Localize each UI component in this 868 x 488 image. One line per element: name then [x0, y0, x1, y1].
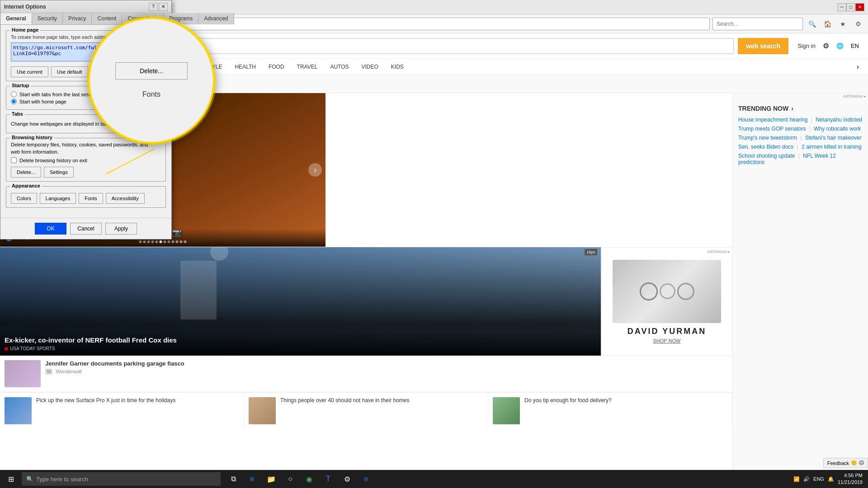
- tab-advanced[interactable]: Advanced: [198, 13, 234, 24]
- ad-shop-now[interactable]: SHOP NOW: [653, 338, 681, 343]
- edge-taskbar-icon[interactable]: e: [357, 470, 375, 488]
- nav-food[interactable]: FOOD: [263, 61, 290, 73]
- ad-label: 16pc: [585, 249, 597, 255]
- dot-5[interactable]: [156, 240, 158, 243]
- ok-button[interactable]: OK: [35, 223, 66, 235]
- dot-2[interactable]: [143, 240, 146, 243]
- browsing-history-hint2: web form information.: [11, 149, 161, 155]
- cortana-taskbar-icon[interactable]: ○: [281, 470, 299, 488]
- network-icon: 📶: [793, 476, 800, 482]
- use-default-button[interactable]: Use default: [51, 66, 88, 77]
- dot-11[interactable]: [180, 240, 183, 243]
- news-item-football[interactable]: 16pc Ex-kicker, co-inventor of NERF foot…: [0, 247, 601, 356]
- nav-next-button[interactable]: ›: [857, 63, 859, 71]
- trending-item-5[interactable]: School shooting update | NFL Week 12 pre…: [738, 153, 863, 165]
- ie-taskbar-icon[interactable]: e: [243, 470, 261, 488]
- magnify-content: Delete... Fonts: [106, 53, 197, 108]
- languages-button[interactable]: Languages: [40, 193, 76, 204]
- dialog-titlebar: Internet Options ? ✕: [0, 0, 171, 13]
- volume-icon: 🔊: [803, 476, 810, 482]
- bottom-news-tip-text: Do you tip enough for food delivery?: [524, 397, 612, 424]
- nav-health[interactable]: HEALTH: [229, 61, 261, 73]
- trending-item-4[interactable]: Sen. seeks Biden docs | 2 airmen killed …: [738, 144, 863, 150]
- cancel-button[interactable]: Cancel: [70, 223, 102, 235]
- browser-search-input[interactable]: [712, 18, 803, 30]
- feedback-smile-icon: 🙂: [851, 460, 857, 466]
- accessibility-button[interactable]: Accessibility: [106, 193, 145, 204]
- radio-home-page-input[interactable]: [11, 99, 17, 104]
- settings-taskbar-icon[interactable]: ⚙: [338, 470, 356, 488]
- nav-travel[interactable]: TRAVEL: [292, 61, 323, 73]
- dialog-footer: OK Cancel Apply: [0, 218, 171, 239]
- lang-label[interactable]: EN: [851, 42, 859, 49]
- settings-button-history[interactable]: Settings: [44, 167, 74, 178]
- tab-security[interactable]: Security: [32, 13, 63, 24]
- trending-item-3[interactable]: Trump's new tweetstorm | Stefani's hair …: [738, 135, 863, 141]
- fonts-button[interactable]: Fonts: [79, 193, 103, 204]
- home-button[interactable]: 🏠: [821, 18, 834, 30]
- dialog-help-button[interactable]: ?: [149, 3, 158, 11]
- dot-12[interactable]: [184, 240, 187, 243]
- maximize-button[interactable]: □: [846, 3, 855, 11]
- small-news-title: Jennifer Garner documents parking garage…: [45, 360, 728, 367]
- dialog-close-button[interactable]: ✕: [159, 3, 168, 11]
- tab-content[interactable]: Content: [92, 13, 122, 24]
- taskbar-clock: 4:56 PM 11/21/2019: [838, 472, 863, 486]
- nav-autos[interactable]: AUTOS: [325, 61, 354, 73]
- msn-sidebar: AdChoices ▸ TRENDING NOW › House impeach…: [732, 93, 868, 470]
- settings-icon[interactable]: ⚙: [823, 42, 829, 50]
- settings-button[interactable]: ⚙: [852, 18, 864, 30]
- football-news-overlay: Ex-kicker, co-inventor of NERF football …: [0, 331, 601, 356]
- magnify-delete-button[interactable]: Delete...: [115, 62, 188, 80]
- close-browser-button[interactable]: ✕: [855, 3, 864, 11]
- nav-video[interactable]: VIDEO: [356, 61, 384, 73]
- trending-item-2[interactable]: Trump meets GOP senators | Why robocalls…: [738, 126, 863, 132]
- use-current-button[interactable]: Use current: [11, 66, 48, 77]
- dot-1[interactable]: [139, 240, 142, 243]
- dot-4[interactable]: [151, 240, 154, 243]
- trending-item-1[interactable]: House impeachment hearing | Netanyahu in…: [738, 117, 863, 123]
- bottom-news-things-text: Things people over 40 should not have in…: [280, 397, 410, 424]
- bing-search-button[interactable]: web search: [738, 38, 788, 54]
- bottom-news-surface[interactable]: Pick up the new Surface Pro X just in ti…: [0, 393, 244, 428]
- start-button[interactable]: ⊞: [2, 470, 20, 488]
- explorer-taskbar-icon[interactable]: 📁: [262, 470, 280, 488]
- trending-arrow[interactable]: ›: [791, 105, 793, 112]
- nav-kids[interactable]: KIDS: [386, 61, 409, 73]
- bottom-news-tip[interactable]: Do you tip enough for food delivery?: [488, 393, 732, 428]
- appearance-section: Appearance Colors Languages Fonts Access…: [6, 186, 166, 208]
- dot-6[interactable]: [160, 240, 162, 243]
- teams-taskbar-icon[interactable]: T: [319, 470, 337, 488]
- tab-privacy[interactable]: Privacy: [63, 13, 92, 24]
- taskbar-search-box[interactable]: 🔍 Type here to search: [22, 472, 221, 486]
- trending-title: TRENDING NOW ›: [738, 105, 863, 112]
- minimize-button[interactable]: ─: [837, 3, 846, 11]
- colors-button[interactable]: Colors: [11, 193, 37, 204]
- dot-7[interactable]: [164, 240, 166, 243]
- dot-8[interactable]: [168, 240, 170, 243]
- browser-search-button[interactable]: 🔍: [806, 18, 818, 30]
- news-item-jennifer-garner[interactable]: Jennifer Garner documents parking garage…: [0, 356, 732, 392]
- delete-button[interactable]: Delete...: [11, 167, 41, 178]
- ad-panel-david-yurman[interactable]: AdChoices ▸ DAVID YURMAN SHOP NOW: [601, 247, 732, 356]
- dot-3[interactable]: [147, 240, 150, 243]
- bottom-news-row: Pick up the new Surface Pro X just in ti…: [0, 392, 732, 428]
- chrome-taskbar-icon[interactable]: ◉: [300, 470, 318, 488]
- sign-in-link[interactable]: Sign in: [797, 42, 816, 49]
- favorites-button[interactable]: ★: [836, 18, 849, 30]
- jewelry-image: [613, 260, 721, 323]
- notifications-icon[interactable]: 🔔: [828, 476, 834, 482]
- delete-history-checkbox[interactable]: [11, 157, 17, 163]
- bottom-news-things[interactable]: Things people over 40 should not have in…: [244, 393, 488, 428]
- dot-10[interactable]: [176, 240, 179, 243]
- dot-9[interactable]: [172, 240, 175, 243]
- apply-button[interactable]: Apply: [105, 223, 137, 235]
- carousel-next-button[interactable]: ›: [308, 163, 322, 177]
- taskview-button[interactable]: ⧉: [224, 470, 242, 488]
- system-tray: 📶 🔊 ENG 🔔 4:56 PM 11/21/2019: [793, 472, 866, 486]
- radio-last-session-input[interactable]: [11, 91, 17, 97]
- tab-general[interactable]: General: [0, 13, 32, 24]
- feedback-button[interactable]: Feedback 🙂 ☹: [823, 458, 868, 468]
- magnify-popup: Delete... Fonts: [88, 17, 215, 144]
- msn-auth-area: Sign in ⚙ 🌐 EN: [797, 42, 859, 50]
